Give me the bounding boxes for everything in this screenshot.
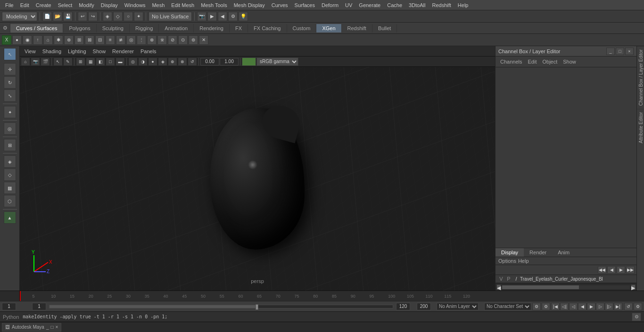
menu-windows[interactable]: Windows (121, 1, 149, 9)
vp-color-profile-btn[interactable] (242, 57, 256, 66)
undo-btn[interactable]: ↩ (78, 12, 87, 21)
xg-btn-2[interactable]: ● (12, 35, 22, 45)
vp-xray-btn[interactable]: ⊕ (168, 57, 177, 66)
layer-tab-display[interactable]: Display (495, 248, 524, 257)
xg-btn-17[interactable]: ⊘ (168, 35, 177, 45)
layer-next-btn[interactable]: ▶ (617, 266, 625, 274)
vp-menu-view[interactable]: View (22, 48, 39, 55)
save-file-btn[interactable]: 💾 (63, 12, 73, 21)
menu-3dtoall[interactable]: 3DtoAll (405, 1, 429, 9)
xg-btn-11[interactable]: ≡ (106, 35, 115, 45)
tab-polygons[interactable]: Polygons (63, 24, 96, 32)
3d-object[interactable] (198, 99, 316, 259)
snap-grid-btn[interactable]: ⊞ (4, 139, 16, 151)
ch-menu-channels[interactable]: Channels (498, 58, 524, 65)
char-set-btn-2[interactable]: ⚙ (542, 303, 550, 310)
workspace-selector[interactable]: Modeling (2, 12, 37, 21)
vert-tab-channel-box[interactable]: Channel Box / Layer Editor (637, 46, 644, 109)
tool-extra-4[interactable]: ⬡ (4, 195, 16, 207)
menu-mesh-display[interactable]: Mesh Display (231, 1, 268, 9)
universal-manip-btn[interactable]: ✦ (4, 106, 16, 118)
vp-camera-btn[interactable]: 📷 (31, 57, 40, 66)
xg-btn-16[interactable]: ※ (157, 35, 167, 45)
xg-btn-1[interactable]: X (2, 35, 11, 45)
menu-select[interactable]: Select (55, 1, 76, 9)
vp-menu-shading[interactable]: Shading (40, 48, 64, 55)
vp-gate-btn[interactable]: ◧ (96, 57, 105, 66)
vp-grid-btn[interactable]: ⊞ (76, 57, 85, 66)
xg-btn-10[interactable]: ⊟ (95, 35, 105, 45)
menu-mesh[interactable]: Mesh (149, 1, 168, 9)
menu-modify[interactable]: Modify (75, 1, 97, 9)
scrollbar-left-btn[interactable]: ◀ (496, 284, 501, 290)
layer-help-menu[interactable]: Help (518, 258, 529, 264)
tab-curves-surfaces[interactable]: Curves / Surfaces (10, 24, 63, 32)
open-file-btn[interactable]: 📂 (53, 12, 62, 21)
vp-menu-renderer[interactable]: Renderer (109, 48, 137, 55)
redo-btn[interactable]: ↪ (88, 12, 98, 21)
pb-loop-btn[interactable]: ↺ (624, 303, 633, 310)
vp-select-btn[interactable]: ↖ (53, 57, 63, 66)
soft-mod-btn[interactable]: ◎ (4, 122, 16, 135)
render-settings-btn[interactable]: ⚙ (228, 12, 238, 21)
vp-menu-show[interactable]: Show (90, 48, 109, 55)
light-btn[interactable]: 💡 (239, 12, 248, 21)
vp-smooth-btn[interactable]: ◑ (138, 57, 148, 66)
tab-custom[interactable]: Custom (287, 24, 317, 32)
tool-extra-3[interactable]: ▦ (4, 182, 16, 194)
tab-bullet[interactable]: Bullet (372, 24, 397, 32)
xg-btn-4[interactable]: ↑ (33, 35, 42, 45)
layer-pickable[interactable]: P (505, 276, 512, 282)
no-live-surface-btn[interactable]: No Live Surface (149, 12, 192, 21)
layer-prev-btn[interactable]: ◀◀ (598, 266, 606, 274)
vp-home-btn[interactable]: ⌂ (21, 57, 30, 66)
tab-fx-caching[interactable]: FX Caching (248, 24, 287, 32)
tab-fx[interactable]: FX (230, 24, 248, 32)
menu-deform[interactable]: Deform (318, 1, 342, 9)
vp-color-profile-select[interactable]: sRGB gamma (256, 57, 298, 66)
vp-paint-btn[interactable]: ✎ (63, 57, 73, 66)
pb-start-btn[interactable]: |◀ (551, 303, 560, 310)
layer-tab-anim[interactable]: Anim (552, 248, 575, 257)
mini-window-close[interactable]: × (56, 324, 58, 330)
ch-menu-edit[interactable]: Edit (526, 58, 538, 65)
frame-input-2[interactable] (32, 303, 46, 310)
camera-btn[interactable]: 📷 (197, 12, 206, 21)
menu-mesh-tools[interactable]: Mesh Tools (198, 1, 230, 9)
scale-tool-btn[interactable]: ⤡ (4, 89, 16, 102)
vp-menu-panels[interactable]: Panels (138, 48, 159, 55)
rotate-tool-btn[interactable]: ↻ (4, 76, 16, 89)
vp-xray2-btn[interactable]: ⊗ (178, 57, 187, 66)
rp-close-btn[interactable]: × (625, 48, 634, 55)
menu-uv[interactable]: UV (342, 1, 355, 9)
paint-select-btn[interactable]: ✦ (134, 12, 143, 21)
layer-visibility[interactable]: V (497, 276, 505, 282)
timeline-ruler[interactable]: 5 10 15 20 25 30 35 40 45 50 55 60 65 70… (20, 291, 644, 301)
scene-icon-btn[interactable]: ▲ (4, 211, 16, 224)
tab-redshift[interactable]: Redshift (342, 24, 372, 32)
vp-film-btn[interactable]: ▦ (86, 57, 95, 66)
xg-btn-13[interactable]: ◎ (126, 35, 136, 45)
xg-btn-18[interactable]: ⊙ (178, 35, 188, 45)
mini-window-minimize[interactable]: _ (46, 324, 49, 330)
timeline-range[interactable] (49, 305, 393, 308)
pb-play-btn[interactable]: ▶ (587, 303, 595, 310)
pb-next-frame-btn[interactable]: ▷ (596, 303, 604, 310)
vp-refresh-btn[interactable]: ↺ (188, 57, 197, 66)
menu-curves[interactable]: Curves (268, 1, 291, 9)
vp-bounding-btn[interactable]: ◈ (158, 57, 167, 66)
lasso-btn[interactable]: ○ (124, 12, 133, 21)
menu-edit-mesh[interactable]: Edit Mesh (168, 1, 198, 9)
scrollbar-right-btn[interactable]: ▶ (631, 284, 636, 290)
xg-btn-12[interactable]: ≢ (116, 35, 125, 45)
select-by-component-btn[interactable]: ◇ (113, 12, 123, 21)
timeline[interactable]: 5 10 15 20 25 30 35 40 45 50 55 60 65 70… (0, 291, 644, 301)
pb-next-key-btn[interactable]: |▷ (605, 303, 613, 310)
xg-btn-19[interactable]: ⊚ (189, 35, 198, 45)
python-settings-btn[interactable]: ⚙ (632, 313, 641, 321)
menu-edit[interactable]: Edit (17, 1, 33, 9)
menu-help[interactable]: Help (454, 1, 472, 9)
xg-btn-9[interactable]: ⊠ (85, 35, 94, 45)
render-btn[interactable]: ▶ (207, 12, 217, 21)
vp-cam2-btn[interactable]: 🎬 (41, 57, 50, 66)
